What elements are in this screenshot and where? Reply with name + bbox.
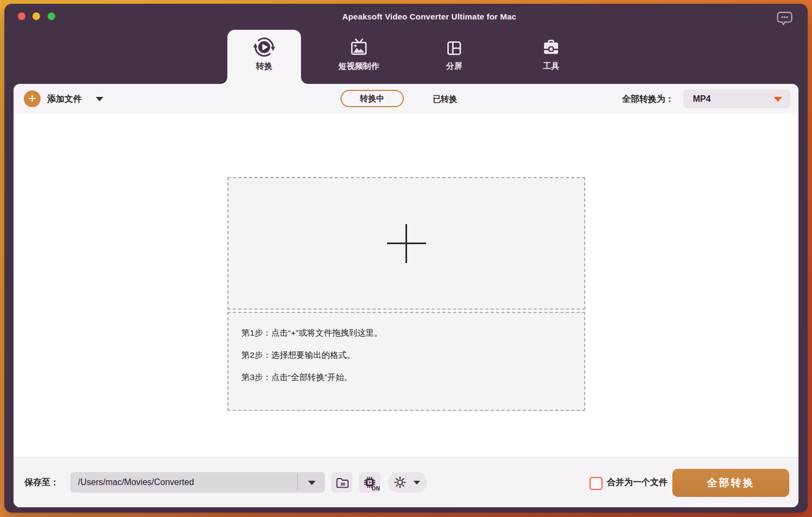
toolbar: + 添加文件 转换中 已转换 全部转换为： MP4 [14,84,798,114]
add-files-button[interactable]: + [24,90,41,107]
step-3: 第3步：点击“全部转换”开始。 [241,371,573,383]
window-title: Apeaksoft Video Converter Ultimate for M… [4,4,808,29]
desktop-wallpaper: Apeaksoft Video Converter Ultimate for M… [0,0,812,517]
tab-toolbox[interactable]: 工具 [508,30,594,84]
feedback-bubble-icon[interactable] [776,11,793,27]
tv-mv-icon [348,37,370,59]
path-dropdown-caret-icon[interactable] [308,481,316,485]
merge-checkbox[interactable] [590,477,603,490]
settings-dropdown-caret-icon [414,481,420,485]
open-folder-button[interactable] [331,472,352,493]
app-window: Apeaksoft Video Converter Ultimate for M… [4,4,808,513]
bottom-bar: 保存至： /Users/mac/Movies/Converted [14,457,798,507]
steps-panel: 第1步：点击“+”或将文件拖拽到这里。 第2步：选择想要输出的格式。 第3步：点… [227,312,585,411]
split-screen-icon [443,37,465,59]
tab-split-screen[interactable]: 分屏 [411,30,497,84]
filter-converted[interactable]: 已转换 [423,84,467,114]
file-list-area: 第1步：点击“+”或将文件拖拽到这里。 第2步：选择想要输出的格式。 第3步：点… [14,114,798,457]
save-path-combo[interactable]: /Users/mac/Movies/Converted [70,472,325,493]
filter-converting[interactable]: 转换中 [340,90,404,107]
content-panel: + 添加文件 转换中 已转换 全部转换为： MP4 第1步：点击“+”或将文件拖… [14,84,798,507]
combo-divider [297,474,298,490]
convert-sync-play-icon [252,35,276,59]
add-files-label[interactable]: 添加文件 [47,84,82,114]
format-dropdown-caret-icon [774,97,782,102]
hardware-acceleration-button[interactable]: ON [359,472,381,493]
tab-label: 短视频制作 [316,61,402,71]
drop-zone[interactable] [227,177,585,310]
tab-label: 工具 [508,61,594,71]
hardware-on-badge: ON [372,486,380,492]
save-to-label: 保存至： [24,457,59,507]
add-files-dropdown-caret-icon[interactable] [96,97,103,101]
output-format-value: MP4 [693,89,711,108]
convert-all-button[interactable]: 全部转换 [672,469,789,497]
tab-convert[interactable]: 转换 [227,30,301,84]
convert-all-to-label: 全部转换为： [622,84,674,114]
step-1: 第1步：点击“+”或将文件拖拽到这里。 [241,327,573,339]
titlebar: Apeaksoft Video Converter Ultimate for M… [4,4,808,29]
tab-mv-maker[interactable]: 短视频制作 [316,30,402,84]
tab-label: 分屏 [411,61,497,71]
merge-label[interactable]: 合并为一个文件 [607,457,667,507]
output-format-select[interactable]: MP4 [683,89,790,108]
folder-icon [335,475,349,489]
settings-button[interactable] [388,472,427,493]
tab-label: 转换 [227,61,301,71]
step-2: 第2步：选择想要输出的格式。 [241,349,573,361]
save-path-value: /Users/mac/Movies/Converted [78,472,194,493]
gear-icon [393,475,407,489]
toolbox-icon [540,37,562,59]
